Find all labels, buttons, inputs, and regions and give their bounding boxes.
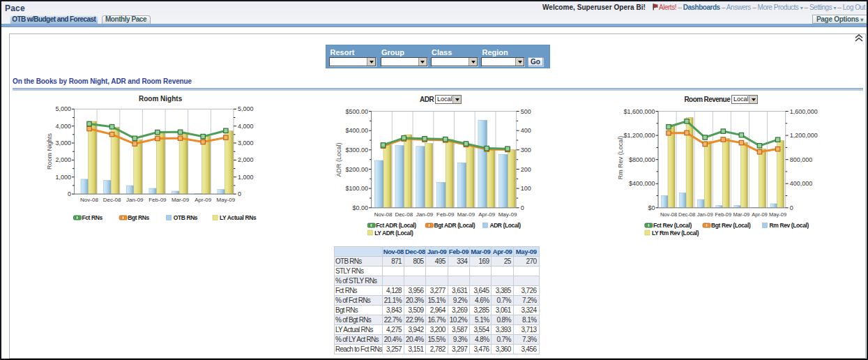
svg-text:1,000: 1,000: [238, 174, 254, 181]
svg-text:$400.00: $400.00: [346, 127, 369, 134]
svg-text:0: 0: [68, 190, 71, 197]
svg-text:Feb-09: Feb-09: [715, 211, 731, 218]
svg-text:Nov-08: Nov-08: [374, 211, 393, 218]
svg-text:Bgt RNs: Bgt RNs: [128, 214, 149, 221]
svg-text:Apr-09: Apr-09: [752, 211, 768, 218]
svg-text:$0.00: $0.00: [353, 204, 369, 211]
svg-text:5,000: 5,000: [238, 105, 254, 112]
svg-text:Apr-09: Apr-09: [195, 197, 212, 203]
svg-text:1,600,000: 1,600,000: [790, 108, 818, 115]
svg-text:OTB RNs: OTB RNs: [174, 214, 198, 221]
svg-text:Bgt ADR (Local): Bgt ADR (Local): [434, 222, 475, 229]
svg-text:100: 100: [521, 185, 531, 192]
svg-text:Rm Rev (Local): Rm Rev (Local): [617, 136, 624, 180]
svg-text:1,000: 1,000: [55, 174, 71, 181]
svg-text:200: 200: [521, 166, 531, 173]
svg-text:0: 0: [790, 204, 793, 211]
svg-text:LY Rm Rev (Local): LY Rm Rev (Local): [652, 230, 699, 237]
svg-text:Jan-09: Jan-09: [416, 211, 434, 218]
svg-text:$500.00: $500.00: [346, 108, 369, 115]
svg-text:0: 0: [238, 190, 241, 197]
svg-text:Mar-09: Mar-09: [457, 211, 475, 218]
svg-text:$100.00: $100.00: [346, 185, 369, 192]
svg-text:2,000: 2,000: [55, 156, 71, 163]
svg-text:400,000: 400,000: [790, 180, 813, 187]
svg-text:0: 0: [521, 204, 524, 211]
svg-text:Fct Rev (Local): Fct Rev (Local): [653, 222, 692, 229]
svg-text:May-09: May-09: [498, 211, 517, 218]
svg-text:$800,000: $800,000: [629, 156, 655, 163]
svg-text:Rm Rev (Local): Rm Rev (Local): [770, 222, 809, 229]
svg-text:300: 300: [521, 147, 531, 153]
svg-text:400: 400: [521, 127, 531, 134]
svg-text:Feb-09: Feb-09: [436, 211, 455, 218]
svg-text:LY Actual RNs: LY Actual RNs: [220, 214, 257, 221]
svg-text:Fct RNs: Fct RNs: [82, 214, 103, 221]
svg-text:Jan-09: Jan-09: [126, 197, 144, 203]
svg-text:May-09: May-09: [769, 211, 786, 218]
svg-text:Mar-09: Mar-09: [172, 197, 190, 203]
svg-text:ADR (Local): ADR (Local): [335, 142, 342, 177]
svg-text:Feb-09: Feb-09: [149, 197, 167, 203]
svg-text:Dec-08: Dec-08: [395, 211, 413, 218]
svg-text:4,000: 4,000: [238, 123, 254, 130]
svg-text:1,200,000: 1,200,000: [790, 132, 818, 139]
svg-text:Apr-09: Apr-09: [478, 211, 496, 218]
svg-text:3,000: 3,000: [55, 140, 71, 147]
svg-text:ADR (Local): ADR (Local): [489, 222, 521, 229]
svg-text:Mar-09: Mar-09: [733, 211, 750, 218]
svg-text:Room Nights: Room Nights: [46, 133, 53, 170]
svg-text:800,000: 800,000: [790, 156, 813, 163]
svg-text:5,000: 5,000: [55, 105, 71, 112]
svg-text:Fct ADR (Local): Fct ADR (Local): [376, 222, 416, 229]
svg-text:Nov-08: Nov-08: [660, 211, 677, 218]
svg-text:$400,000: $400,000: [629, 180, 655, 187]
svg-text:Bgt Rev (Local): Bgt Rev (Local): [711, 222, 751, 229]
svg-text:2,000: 2,000: [238, 156, 254, 163]
svg-text:Nov-08: Nov-08: [80, 197, 98, 203]
svg-text:$200.00: $200.00: [346, 166, 369, 173]
svg-text:$0: $0: [648, 204, 655, 211]
svg-text:3,000: 3,000: [238, 140, 254, 147]
svg-text:Dec-08: Dec-08: [678, 211, 695, 218]
svg-text:$1,200,000: $1,200,000: [623, 132, 655, 139]
svg-text:4,000: 4,000: [55, 123, 71, 130]
svg-text:$1,600,000: $1,600,000: [623, 108, 655, 115]
svg-text:LY ADR (Local): LY ADR (Local): [374, 230, 413, 237]
svg-text:Dec-08: Dec-08: [103, 197, 121, 203]
svg-text:500: 500: [521, 108, 531, 115]
svg-text:Jan-09: Jan-09: [697, 211, 713, 218]
svg-text:$300.00: $300.00: [346, 147, 369, 153]
svg-text:May-09: May-09: [217, 197, 236, 203]
